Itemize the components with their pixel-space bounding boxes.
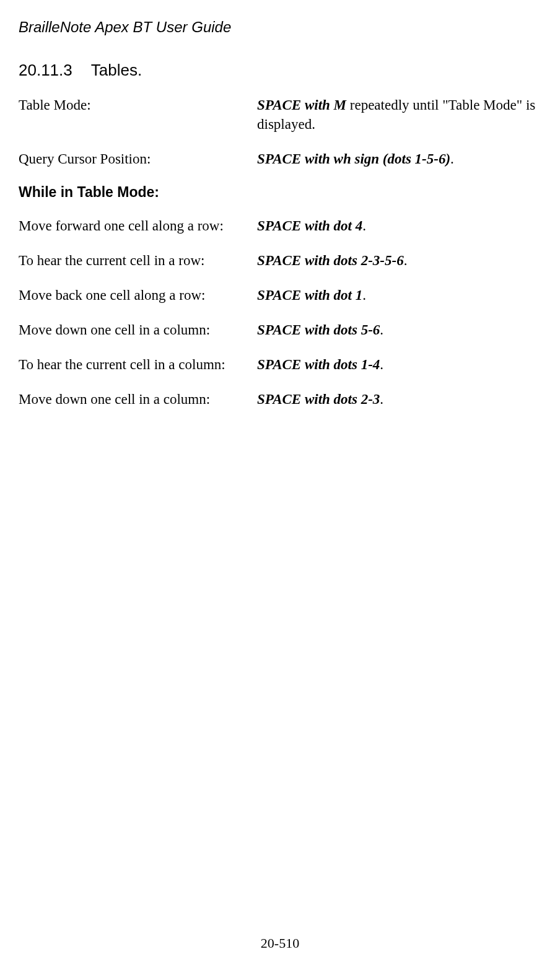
tail-text: . — [404, 253, 408, 268]
definition-label: Move back one cell along a row: — [19, 286, 257, 305]
command-text: SPACE with dots 5-6 — [257, 322, 380, 338]
definition-value: SPACE with dots 1-4. — [257, 355, 560, 374]
tail-text: . — [380, 357, 383, 372]
section-title: Tables. — [91, 61, 142, 79]
section-heading: 20.11.3Tables. — [19, 61, 560, 80]
definition-row: Table Mode: SPACE with M repeatedly unti… — [19, 95, 560, 134]
definition-value: SPACE with M repeatedly until "Table Mod… — [257, 95, 560, 134]
definition-row: Move back one cell along a row: SPACE wi… — [19, 286, 560, 305]
definition-value: SPACE with dot 4. — [257, 216, 560, 235]
document-title: BrailleNote Apex BT User Guide — [19, 19, 560, 36]
subheading: While in Table Mode: — [19, 184, 560, 201]
definition-row: Move forward one cell along a row: SPACE… — [19, 216, 560, 235]
definition-value: SPACE with dot 1. — [257, 286, 560, 305]
definition-label: Move down one cell in a column: — [19, 320, 257, 339]
command-text: SPACE with dots 2-3 — [257, 391, 380, 407]
definition-label: Query Cursor Position: — [19, 149, 257, 168]
definition-label: Move forward one cell along a row: — [19, 216, 257, 235]
definition-value: SPACE with wh sign (dots 1-5-6). — [257, 149, 560, 168]
tail-text: . — [380, 322, 383, 338]
definition-value: SPACE with dots 2-3. — [257, 390, 560, 409]
command-text: SPACE with dot 1 — [257, 287, 362, 303]
command-text: SPACE with dots 1-4 — [257, 357, 380, 372]
tail-text: . — [362, 287, 366, 303]
tail-text: . — [380, 391, 383, 407]
command-text: SPACE with M — [257, 97, 346, 113]
definition-value: SPACE with dots 5-6. — [257, 320, 560, 339]
section-number: 20.11.3 — [19, 61, 72, 80]
definition-row: Move down one cell in a column: SPACE wi… — [19, 320, 560, 339]
tail-text: . — [362, 218, 366, 234]
command-text: SPACE with wh sign (dots 1-5-6) — [257, 151, 450, 167]
definition-row: Query Cursor Position: SPACE with wh sig… — [19, 149, 560, 168]
command-text: SPACE with dot 4 — [257, 218, 362, 234]
definition-value: SPACE with dots 2-3-5-6. — [257, 251, 560, 270]
definition-label: To hear the current cell in a row: — [19, 251, 257, 270]
definition-label: To hear the current cell in a column: — [19, 355, 257, 374]
definition-label: Table Mode: — [19, 95, 257, 134]
tail-text: . — [450, 151, 454, 167]
page-number: 20-510 — [0, 935, 560, 951]
definition-row: To hear the current cell in a row: SPACE… — [19, 251, 560, 270]
definition-label: Move down one cell in a column: — [19, 390, 257, 409]
command-text: SPACE with dots 2-3-5-6 — [257, 253, 404, 268]
definition-row: To hear the current cell in a column: SP… — [19, 355, 560, 374]
definition-row: Move down one cell in a column: SPACE wi… — [19, 390, 560, 409]
